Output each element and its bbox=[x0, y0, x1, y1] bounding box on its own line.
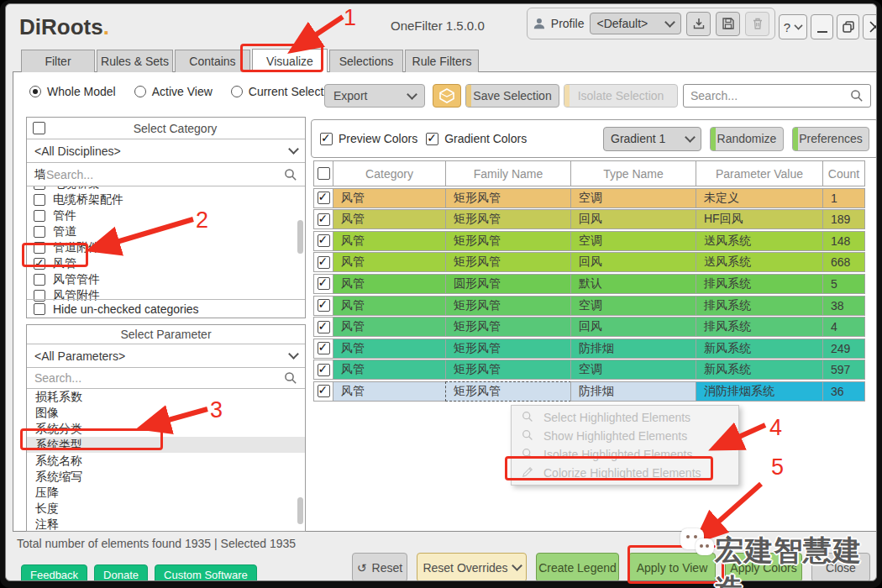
table-row[interactable]: 风管矩形风管回风送风系统668 bbox=[313, 252, 869, 272]
radio-label: Whole Model bbox=[47, 85, 116, 98]
tab-rules-sets[interactable]: Rules & Sets bbox=[97, 50, 173, 72]
category-checkbox[interactable] bbox=[34, 186, 45, 190]
table-row[interactable]: 风管矩形风管防排烟消防排烟系统36 bbox=[313, 381, 869, 402]
minimize-button[interactable] bbox=[811, 14, 833, 39]
randomize-button[interactable]: Randomize bbox=[710, 127, 784, 151]
parameter-panel-title: Select Parameter bbox=[27, 328, 305, 341]
radio-active-view[interactable]: Active View bbox=[134, 85, 213, 98]
global-search-input[interactable]: Search... bbox=[683, 84, 871, 108]
category-search-value: 墙 bbox=[34, 167, 46, 182]
reset-overrides-button[interactable]: Reset Overrides bbox=[417, 553, 527, 581]
parameter-item-长度[interactable]: 长度 bbox=[27, 501, 305, 517]
category-item-风管管件[interactable]: 风管管件 bbox=[27, 271, 305, 287]
column-header-type-name: Type Name bbox=[570, 160, 696, 186]
table-row[interactable]: 风管矩形风管空调新风系统597 bbox=[313, 360, 869, 380]
category-label: 管道 bbox=[53, 224, 76, 239]
row-checkbox[interactable] bbox=[318, 342, 330, 354]
row-checkbox[interactable] bbox=[318, 385, 330, 397]
table-row[interactable]: 风管矩形风管回风排风系统4 bbox=[313, 317, 869, 337]
parameter-item-系统名称[interactable]: 系统名称 bbox=[27, 453, 305, 469]
row-checkbox[interactable] bbox=[318, 299, 330, 312]
save-profile-button[interactable] bbox=[716, 12, 740, 36]
category-scrollbar[interactable] bbox=[297, 220, 303, 254]
select-all-rows-checkbox[interactable] bbox=[318, 167, 330, 180]
table-row[interactable]: 风管矩形风管空调未定义1 bbox=[313, 188, 869, 208]
row-checkbox[interactable] bbox=[318, 256, 330, 269]
gradient-select[interactable]: Gradient 1 bbox=[603, 127, 701, 151]
parameter-item-损耗系数[interactable]: 损耗系数 bbox=[27, 389, 305, 405]
parameter-panel-header: Select Parameter bbox=[27, 325, 305, 344]
profile-select[interactable]: <Default> bbox=[590, 13, 681, 34]
category-checkbox[interactable] bbox=[34, 274, 45, 286]
cell-family: 矩形风管 bbox=[445, 339, 571, 359]
parameter-item-压降[interactable]: 压降 bbox=[27, 485, 305, 501]
category-checkbox[interactable] bbox=[34, 210, 45, 222]
main-content: Whole ModelActive ViewCurrent Selection … bbox=[13, 71, 877, 532]
parameter-item-系统缩写[interactable]: 系统缩写 bbox=[27, 469, 305, 485]
category-label: 电缆桥架 bbox=[53, 186, 100, 192]
category-label: 管件 bbox=[53, 208, 76, 223]
row-checkbox[interactable] bbox=[318, 321, 330, 333]
hide-unchecked-checkbox[interactable]: Hide un-checked categories bbox=[27, 299, 305, 318]
category-item-管道[interactable]: 管道 bbox=[27, 223, 305, 239]
chevron-down-icon bbox=[795, 21, 803, 29]
parameter-item-注释[interactable]: 注释 bbox=[27, 517, 305, 533]
row-checkbox-cell bbox=[313, 360, 333, 380]
tab-filter[interactable]: Filter bbox=[21, 50, 95, 72]
category-checkbox[interactable] bbox=[34, 226, 45, 238]
category-search-input[interactable]: 墙 Search... bbox=[27, 163, 305, 186]
radio-whole-model[interactable]: Whole Model bbox=[29, 85, 116, 98]
isolate-selection-button[interactable]: Isolate Selection bbox=[564, 84, 678, 108]
cell-count: 36 bbox=[822, 381, 865, 402]
tab-rule-filters[interactable]: Rule Filters bbox=[405, 50, 479, 72]
tab-selections[interactable]: Selections bbox=[329, 50, 403, 72]
row-checkbox[interactable] bbox=[318, 277, 330, 290]
profile-label: Profile bbox=[551, 17, 585, 30]
gradient-colors-checkbox[interactable]: Gradient Colors bbox=[426, 132, 527, 145]
parameter-item-图像[interactable]: 图像 bbox=[27, 405, 305, 421]
parameter-dropdown[interactable]: <All Parameters> bbox=[27, 344, 305, 368]
table-row[interactable]: 风管矩形风管空调排风系统38 bbox=[313, 296, 869, 316]
save-selection-button[interactable]: Save Selection bbox=[465, 84, 559, 108]
radio-current-selection[interactable]: Current Selection bbox=[231, 85, 339, 98]
row-checkbox[interactable] bbox=[318, 234, 330, 247]
row-checkbox-cell bbox=[313, 296, 333, 316]
menu-item-select-highlighted-elements[interactable]: Select Highlighted Elements bbox=[512, 408, 738, 427]
category-item-管件[interactable]: 管件 bbox=[27, 207, 305, 223]
window-body: DiRoots. OneFilter 1.5.0.0 Profile <Defa… bbox=[5, 3, 877, 581]
row-checkbox[interactable] bbox=[318, 192, 330, 204]
menu-item-show-highlighted-elements[interactable]: Show Highlighted Elements bbox=[512, 427, 738, 445]
cell-family: 矩形风管 bbox=[445, 296, 571, 316]
close-button[interactable] bbox=[863, 14, 877, 39]
preferences-button[interactable]: Preferences bbox=[792, 127, 869, 151]
restore-button[interactable] bbox=[837, 14, 859, 39]
parameter-scrollbar[interactable] bbox=[297, 497, 303, 524]
tab-contains[interactable]: Contains bbox=[175, 50, 250, 72]
category-checkbox[interactable] bbox=[34, 194, 45, 206]
category-item-电缆桥架配件[interactable]: 电缆桥架配件 bbox=[27, 192, 305, 207]
discipline-dropdown[interactable]: <All Disciplines> bbox=[27, 139, 305, 163]
import-profile-button[interactable] bbox=[686, 12, 711, 36]
create-legend-button[interactable]: Create Legend bbox=[536, 553, 619, 581]
help-button[interactable]: ? bbox=[779, 14, 807, 39]
select-all-categories-checkbox[interactable] bbox=[33, 122, 45, 134]
custom-software-button[interactable]: Custom Software bbox=[155, 564, 257, 581]
feedback-button[interactable]: Feedback bbox=[21, 564, 87, 581]
row-checkbox[interactable] bbox=[318, 364, 330, 376]
parameter-search-placeholder: Search... bbox=[34, 371, 284, 385]
hexagon-tool-button[interactable] bbox=[433, 84, 461, 108]
preview-colors-checkbox[interactable]: Preview Colors bbox=[320, 132, 417, 145]
isolate-selection-label: Isolate Selection bbox=[578, 89, 664, 102]
reset-button[interactable]: ↺Reset bbox=[352, 553, 407, 581]
cell-count: 148 bbox=[822, 231, 865, 251]
profile-value: <Default> bbox=[597, 17, 648, 30]
export-dropdown[interactable]: Export bbox=[324, 84, 425, 108]
row-checkbox[interactable] bbox=[318, 213, 330, 226]
parameter-search-input[interactable]: Search... bbox=[27, 368, 305, 389]
table-row[interactable]: 风管矩形风管防排烟新风系统249 bbox=[313, 339, 869, 359]
donate-button[interactable]: Donate bbox=[94, 564, 148, 581]
delete-profile-button[interactable] bbox=[745, 12, 769, 36]
table-row[interactable]: 风管圆形风管默认排风系统5 bbox=[313, 274, 869, 294]
table-row[interactable]: 风管矩形风管回风HF回风189 bbox=[313, 209, 869, 229]
table-row[interactable]: 风管矩形风管空调送风系统148 bbox=[313, 231, 869, 251]
